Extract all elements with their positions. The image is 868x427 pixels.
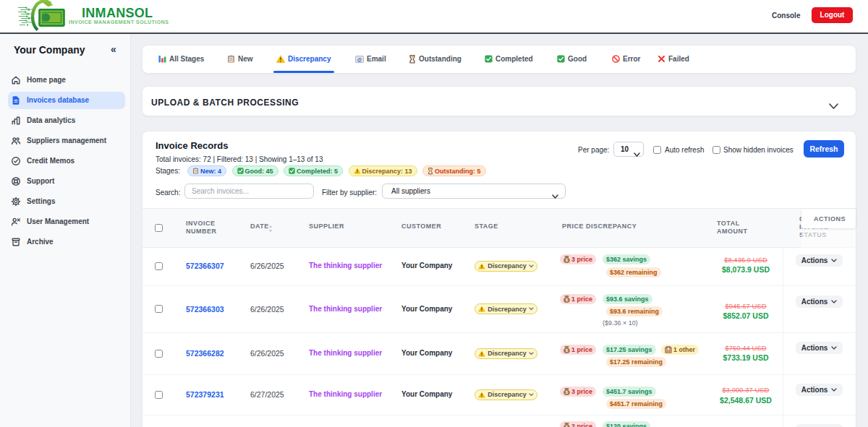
svg-text:$: $ — [566, 297, 568, 301]
svg-text:$: $ — [566, 257, 568, 262]
svg-text:@: @ — [357, 56, 362, 61]
svg-text:$: $ — [566, 348, 568, 353]
svg-text:$: $ — [566, 390, 568, 394]
